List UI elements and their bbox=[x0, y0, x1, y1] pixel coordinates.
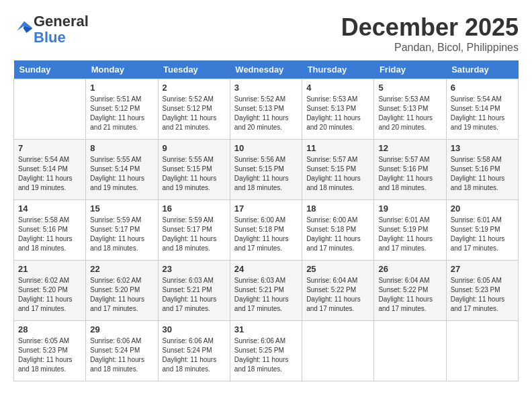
day-info: Sunrise: 6:02 AMSunset: 5:20 PMDaylight:… bbox=[90, 276, 153, 314]
calendar-week-4: 21Sunrise: 6:02 AMSunset: 5:20 PMDayligh… bbox=[14, 261, 519, 321]
calendar-cell: 30Sunrise: 6:06 AMSunset: 5:24 PMDayligh… bbox=[158, 321, 230, 381]
day-info: Sunrise: 6:02 AMSunset: 5:20 PMDaylight:… bbox=[18, 276, 81, 314]
day-info: Sunrise: 5:58 AMSunset: 5:16 PMDaylight:… bbox=[18, 216, 81, 253]
calendar-cell: 21Sunrise: 6:02 AMSunset: 5:20 PMDayligh… bbox=[14, 261, 86, 321]
day-info: Sunrise: 5:54 AMSunset: 5:14 PMDaylight:… bbox=[18, 155, 81, 193]
day-number: 11 bbox=[306, 143, 369, 153]
day-number: 2 bbox=[163, 83, 226, 93]
day-number: 26 bbox=[378, 264, 441, 274]
calendar-cell: 5Sunrise: 5:53 AMSunset: 5:13 PMDaylight… bbox=[374, 79, 446, 140]
calendar-cell: 11Sunrise: 5:57 AMSunset: 5:15 PMDayligh… bbox=[302, 140, 374, 200]
header-sunday: Sunday bbox=[14, 60, 86, 79]
header-thursday: Thursday bbox=[302, 60, 374, 79]
calendar-cell: 9Sunrise: 5:55 AMSunset: 5:15 PMDaylight… bbox=[158, 140, 230, 200]
day-number: 18 bbox=[306, 203, 369, 214]
day-info: Sunrise: 6:06 AMSunset: 5:24 PMDaylight:… bbox=[163, 336, 226, 374]
calendar-cell: 13Sunrise: 5:58 AMSunset: 5:16 PMDayligh… bbox=[446, 140, 518, 200]
calendar-table: SundayMondayTuesdayWednesdayThursdayFrid… bbox=[13, 60, 519, 381]
day-info: Sunrise: 6:03 AMSunset: 5:21 PMDaylight:… bbox=[163, 276, 226, 314]
day-number: 6 bbox=[451, 83, 514, 93]
day-info: Sunrise: 5:59 AMSunset: 5:17 PMDaylight:… bbox=[90, 216, 153, 253]
calendar-cell: 18Sunrise: 6:00 AMSunset: 5:18 PMDayligh… bbox=[302, 200, 374, 261]
calendar-cell bbox=[446, 321, 518, 381]
day-number: 30 bbox=[163, 324, 226, 334]
calendar-cell: 29Sunrise: 6:06 AMSunset: 5:24 PMDayligh… bbox=[86, 321, 158, 381]
calendar-cell: 24Sunrise: 6:03 AMSunset: 5:21 PMDayligh… bbox=[230, 261, 302, 321]
day-info: Sunrise: 6:00 AMSunset: 5:18 PMDaylight:… bbox=[234, 216, 298, 253]
location: Pandan, Bicol, Philippines bbox=[341, 42, 519, 54]
header-monday: Monday bbox=[86, 60, 158, 79]
calendar-cell: 23Sunrise: 6:03 AMSunset: 5:21 PMDayligh… bbox=[158, 261, 230, 321]
svg-marker-1 bbox=[24, 26, 33, 34]
day-number: 29 bbox=[90, 324, 153, 334]
day-info: Sunrise: 5:54 AMSunset: 5:14 PMDaylight:… bbox=[451, 95, 514, 132]
calendar-cell: 27Sunrise: 6:05 AMSunset: 5:23 PMDayligh… bbox=[446, 261, 518, 321]
day-number: 3 bbox=[234, 83, 298, 93]
day-info: Sunrise: 5:58 AMSunset: 5:16 PMDaylight:… bbox=[451, 155, 514, 193]
day-info: Sunrise: 5:55 AMSunset: 5:15 PMDaylight:… bbox=[163, 155, 226, 193]
day-number: 28 bbox=[18, 324, 81, 334]
day-number: 21 bbox=[18, 264, 81, 274]
day-number: 4 bbox=[306, 83, 369, 93]
day-number: 16 bbox=[163, 203, 226, 214]
logo-bird-icon bbox=[15, 19, 34, 38]
day-number: 19 bbox=[378, 203, 441, 214]
calendar-cell: 4Sunrise: 5:53 AMSunset: 5:13 PMDaylight… bbox=[302, 79, 374, 140]
calendar-cell: 22Sunrise: 6:02 AMSunset: 5:20 PMDayligh… bbox=[86, 261, 158, 321]
calendar-cell: 15Sunrise: 5:59 AMSunset: 5:17 PMDayligh… bbox=[86, 200, 158, 261]
logo-general-text: General bbox=[34, 13, 89, 30]
calendar-week-1: 1Sunrise: 5:51 AMSunset: 5:12 PMDaylight… bbox=[14, 79, 519, 140]
calendar-cell: 3Sunrise: 5:52 AMSunset: 5:13 PMDaylight… bbox=[230, 79, 302, 140]
calendar-cell bbox=[302, 321, 374, 381]
calendar-cell: 1Sunrise: 5:51 AMSunset: 5:12 PMDaylight… bbox=[86, 79, 158, 140]
day-info: Sunrise: 5:56 AMSunset: 5:15 PMDaylight:… bbox=[234, 155, 298, 193]
calendar-cell: 7Sunrise: 5:54 AMSunset: 5:14 PMDaylight… bbox=[14, 140, 86, 200]
logo-blue-text: Blue bbox=[34, 29, 66, 46]
calendar-cell: 19Sunrise: 6:01 AMSunset: 5:19 PMDayligh… bbox=[374, 200, 446, 261]
calendar-cell: 28Sunrise: 6:05 AMSunset: 5:23 PMDayligh… bbox=[14, 321, 86, 381]
day-info: Sunrise: 6:06 AMSunset: 5:25 PMDaylight:… bbox=[234, 336, 298, 374]
header-wednesday: Wednesday bbox=[230, 60, 302, 79]
header-tuesday: Tuesday bbox=[158, 60, 230, 79]
day-number: 24 bbox=[234, 264, 298, 274]
day-number: 23 bbox=[163, 264, 226, 274]
calendar-cell: 10Sunrise: 5:56 AMSunset: 5:15 PMDayligh… bbox=[230, 140, 302, 200]
day-info: Sunrise: 5:53 AMSunset: 5:13 PMDaylight:… bbox=[378, 95, 441, 132]
day-number: 25 bbox=[306, 264, 369, 274]
calendar-header-row: SundayMondayTuesdayWednesdayThursdayFrid… bbox=[14, 60, 519, 79]
day-info: Sunrise: 5:52 AMSunset: 5:12 PMDaylight:… bbox=[163, 95, 226, 132]
day-info: Sunrise: 5:59 AMSunset: 5:17 PMDaylight:… bbox=[163, 216, 226, 253]
day-info: Sunrise: 6:01 AMSunset: 5:19 PMDaylight:… bbox=[451, 216, 514, 253]
day-number: 13 bbox=[451, 143, 514, 153]
calendar-cell: 17Sunrise: 6:00 AMSunset: 5:18 PMDayligh… bbox=[230, 200, 302, 261]
page-header: General Blue December 2025 Pandan, Bicol… bbox=[13, 13, 519, 54]
day-number: 20 bbox=[451, 203, 514, 214]
day-info: Sunrise: 6:03 AMSunset: 5:21 PMDaylight:… bbox=[234, 276, 298, 314]
calendar-cell: 2Sunrise: 5:52 AMSunset: 5:12 PMDaylight… bbox=[158, 79, 230, 140]
day-info: Sunrise: 5:53 AMSunset: 5:13 PMDaylight:… bbox=[306, 95, 369, 132]
day-info: Sunrise: 5:57 AMSunset: 5:15 PMDaylight:… bbox=[306, 155, 369, 193]
calendar-cell: 25Sunrise: 6:04 AMSunset: 5:22 PMDayligh… bbox=[302, 261, 374, 321]
day-info: Sunrise: 6:00 AMSunset: 5:18 PMDaylight:… bbox=[306, 216, 369, 253]
calendar-cell: 12Sunrise: 5:57 AMSunset: 5:16 PMDayligh… bbox=[374, 140, 446, 200]
day-number: 10 bbox=[234, 143, 298, 153]
day-info: Sunrise: 5:57 AMSunset: 5:16 PMDaylight:… bbox=[378, 155, 441, 193]
day-number: 15 bbox=[90, 203, 153, 214]
calendar-cell: 6Sunrise: 5:54 AMSunset: 5:14 PMDaylight… bbox=[446, 79, 518, 140]
day-number: 1 bbox=[90, 83, 153, 93]
title-block: December 2025 Pandan, Bicol, Philippines bbox=[341, 13, 519, 54]
day-number: 12 bbox=[378, 143, 441, 153]
calendar-cell: 20Sunrise: 6:01 AMSunset: 5:19 PMDayligh… bbox=[446, 200, 518, 261]
month-title: December 2025 bbox=[341, 13, 519, 42]
calendar-week-3: 14Sunrise: 5:58 AMSunset: 5:16 PMDayligh… bbox=[14, 200, 519, 261]
calendar-cell bbox=[14, 79, 86, 140]
day-number: 14 bbox=[18, 203, 81, 214]
day-info: Sunrise: 5:51 AMSunset: 5:12 PMDaylight:… bbox=[90, 95, 153, 132]
calendar-cell: 14Sunrise: 5:58 AMSunset: 5:16 PMDayligh… bbox=[14, 200, 86, 261]
calendar-cell: 8Sunrise: 5:55 AMSunset: 5:14 PMDaylight… bbox=[86, 140, 158, 200]
day-number: 9 bbox=[163, 143, 226, 153]
day-info: Sunrise: 6:05 AMSunset: 5:23 PMDaylight:… bbox=[18, 336, 81, 374]
day-number: 31 bbox=[234, 324, 298, 334]
calendar-week-5: 28Sunrise: 6:05 AMSunset: 5:23 PMDayligh… bbox=[14, 321, 519, 381]
day-number: 8 bbox=[90, 143, 153, 153]
